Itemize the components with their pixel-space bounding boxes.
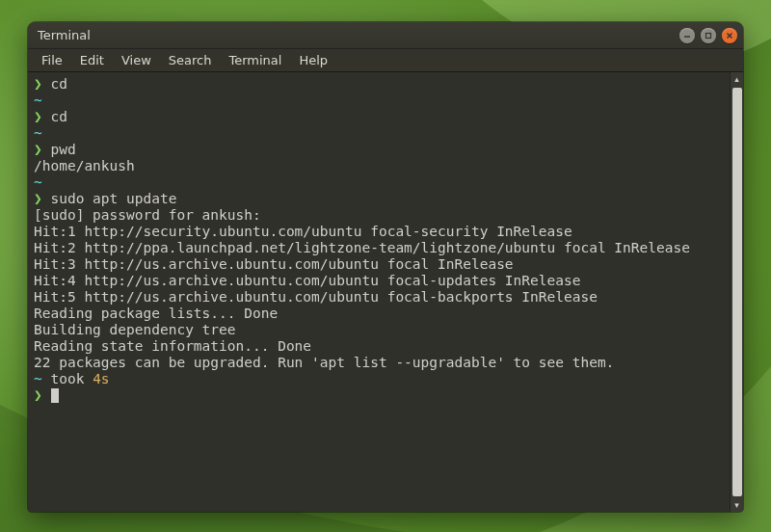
- menubar: File Edit View Search Terminal Help: [28, 49, 743, 72]
- close-button[interactable]: [722, 28, 737, 43]
- scrollbar-thumb[interactable]: [732, 88, 742, 496]
- menu-terminal[interactable]: Terminal: [221, 51, 289, 69]
- scrollbar[interactable]: ▴ ▾: [730, 72, 743, 512]
- menu-view[interactable]: View: [114, 51, 159, 69]
- window-controls: [679, 28, 737, 43]
- scroll-up-icon[interactable]: ▴: [731, 72, 743, 86]
- window-title: Terminal: [38, 28, 679, 42]
- cursor: [51, 388, 59, 403]
- minimize-button[interactable]: [679, 28, 695, 43]
- menu-search[interactable]: Search: [161, 51, 220, 69]
- menu-edit[interactable]: Edit: [72, 51, 112, 69]
- terminal-output[interactable]: ❯ cd~❯ cd~❯ pwd/home/ankush~❯ sudo apt u…: [28, 72, 730, 512]
- svg-rect-1: [706, 33, 711, 38]
- maximize-button[interactable]: [701, 28, 716, 43]
- menu-file[interactable]: File: [34, 51, 70, 69]
- terminal-window: Terminal File Edit View Search Terminal …: [28, 22, 743, 512]
- terminal-body: ❯ cd~❯ cd~❯ pwd/home/ankush~❯ sudo apt u…: [28, 72, 743, 512]
- window-titlebar[interactable]: Terminal: [28, 22, 743, 49]
- menu-help[interactable]: Help: [291, 51, 335, 69]
- scroll-down-icon[interactable]: ▾: [731, 498, 743, 512]
